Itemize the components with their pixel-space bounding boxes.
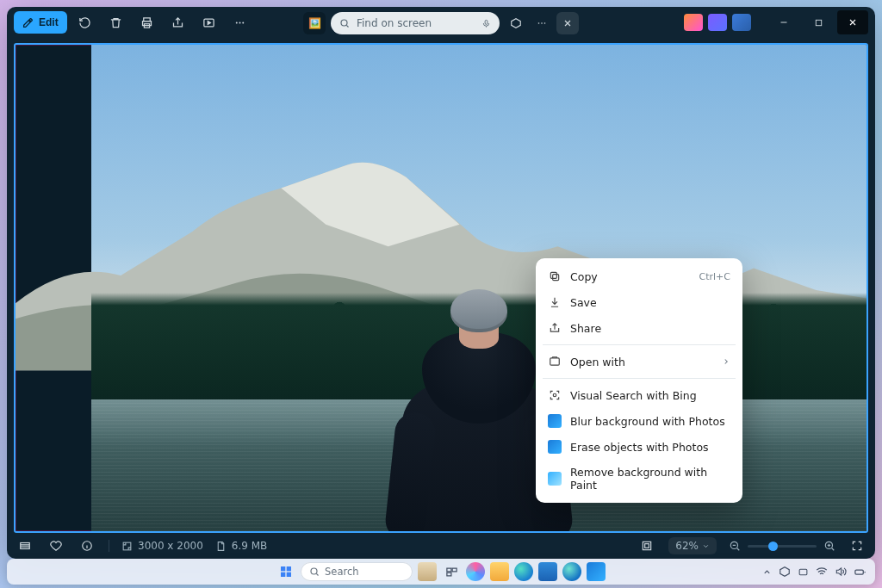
ctx-open-with[interactable]: Open with	[541, 349, 737, 374]
store-icon[interactable]	[538, 562, 557, 581]
ctx-blur-background[interactable]: Blur background with Photos	[541, 408, 737, 434]
tray-wifi-icon[interactable]	[816, 566, 828, 578]
status-bar: 3000 x 2000 6.9 MB 62%	[7, 533, 875, 559]
zoom-out-button[interactable]	[729, 540, 741, 552]
svg-rect-24	[281, 566, 285, 571]
edit-label: Edit	[39, 16, 59, 28]
photos-app-icon	[548, 414, 562, 428]
zoom-level[interactable]: 62%	[668, 537, 717, 554]
tray-volume-icon[interactable]	[835, 566, 847, 578]
tray-onedrive-icon[interactable]	[779, 566, 791, 578]
svg-rect-15	[550, 358, 560, 365]
svg-point-4	[236, 22, 238, 23]
search-more-icon[interactable]	[531, 12, 553, 34]
taskbar-app-1[interactable]	[418, 562, 437, 581]
svg-rect-14	[550, 272, 556, 278]
photos-taskbar-icon[interactable]	[587, 562, 606, 581]
ctx-remove-background[interactable]: Remove background with Paint	[541, 460, 737, 498]
toolbar-left: Edit	[14, 10, 253, 34]
tray-language-icon[interactable]	[798, 566, 809, 578]
share-button[interactable]	[165, 10, 191, 34]
ctx-visual-search[interactable]: Visual Search with Bing	[541, 382, 737, 408]
svg-point-9	[538, 22, 540, 24]
mic-icon[interactable]	[481, 19, 491, 28]
start-button[interactable]	[276, 562, 295, 581]
paint-app-icon	[548, 472, 562, 486]
search-icon	[339, 18, 350, 28]
copilot-taskbar-icon[interactable]	[466, 562, 485, 581]
tray-battery-icon[interactable]	[854, 566, 866, 579]
svg-rect-13	[553, 275, 559, 281]
system-tray[interactable]	[762, 566, 866, 579]
edit-icon	[22, 17, 34, 28]
fullscreen-button[interactable]	[848, 536, 866, 555]
visual-search-icon	[548, 388, 562, 402]
context-menu: Copy Ctrl+C Save Share Open with	[536, 258, 742, 503]
file-size: 6.9 MB	[232, 540, 267, 552]
delete-button[interactable]	[103, 10, 129, 34]
find-on-screen-input[interactable]: Find on screen	[331, 12, 500, 34]
taskbar-search[interactable]: Search	[301, 562, 413, 581]
slideshow-button[interactable]	[196, 10, 222, 34]
fit-button[interactable]	[637, 536, 656, 555]
app-indicator-1[interactable]	[684, 14, 703, 31]
zoom-controls	[729, 540, 835, 552]
close-search-icon[interactable]	[556, 12, 579, 34]
app-indicator-3[interactable]	[732, 14, 751, 31]
svg-rect-12	[816, 20, 821, 25]
svg-point-7	[341, 20, 347, 26]
minimize-button[interactable]	[768, 10, 799, 34]
app-indicator-2[interactable]	[708, 14, 727, 31]
filesize-group: 6.9 MB	[215, 540, 267, 552]
dimensions-icon: 3000 x 2000	[121, 540, 203, 552]
tray-chevron-icon[interactable]	[762, 567, 772, 577]
file-explorer-icon[interactable]	[490, 562, 509, 581]
filmstrip-button[interactable]	[16, 536, 34, 555]
chevron-right-icon	[722, 357, 730, 366]
svg-point-11	[544, 22, 546, 24]
maximize-button[interactable]	[803, 10, 834, 34]
photo-content	[91, 45, 866, 531]
task-view-button[interactable]	[442, 562, 461, 581]
find-on-screen-bar: 🖼️ Find on screen	[303, 12, 579, 34]
ctx-share[interactable]: Share	[541, 315, 737, 341]
more-button[interactable]	[227, 10, 253, 34]
image-dimensions: 3000 x 2000	[138, 540, 203, 552]
photo-canvas[interactable]: Copy Ctrl+C Save Share Open with	[14, 43, 868, 533]
zoom-in-button[interactable]	[823, 540, 835, 552]
svg-rect-17	[21, 543, 30, 549]
svg-rect-32	[799, 569, 807, 575]
edge-dev-icon[interactable]	[562, 562, 581, 581]
favorite-button[interactable]	[47, 536, 65, 555]
copilot-icon[interactable]	[505, 12, 527, 34]
svg-rect-25	[287, 566, 291, 571]
zoom-slider[interactable]	[748, 545, 817, 548]
ctx-copy[interactable]: Copy Ctrl+C	[541, 263, 737, 289]
photos-app-window: Edit 🖼️	[7, 7, 875, 559]
share-icon	[548, 321, 562, 335]
svg-rect-29	[446, 568, 450, 572]
svg-point-5	[239, 22, 241, 23]
copy-icon	[548, 269, 562, 283]
svg-rect-8	[485, 20, 488, 24]
ctx-erase-objects[interactable]: Erase objects with Photos	[541, 434, 737, 460]
edge-icon[interactable]	[514, 562, 533, 581]
svg-rect-30	[452, 568, 457, 572]
svg-rect-20	[643, 542, 651, 549]
photos-app-icon: 🖼️	[303, 12, 326, 34]
info-button[interactable]	[78, 536, 96, 555]
download-icon	[548, 295, 562, 309]
svg-rect-27	[287, 573, 291, 577]
close-window-button[interactable]	[837, 10, 868, 34]
svg-rect-31	[446, 573, 450, 576]
edit-button[interactable]: Edit	[14, 11, 67, 34]
rotate-button[interactable]	[72, 10, 98, 34]
open-with-icon	[548, 355, 562, 368]
svg-point-28	[311, 568, 317, 574]
ctx-save[interactable]: Save	[541, 289, 737, 315]
svg-point-16	[553, 393, 556, 397]
svg-rect-21	[645, 544, 649, 548]
title-bar: Edit 🖼️	[7, 7, 875, 38]
svg-rect-33	[855, 570, 863, 574]
print-button[interactable]	[134, 10, 160, 34]
